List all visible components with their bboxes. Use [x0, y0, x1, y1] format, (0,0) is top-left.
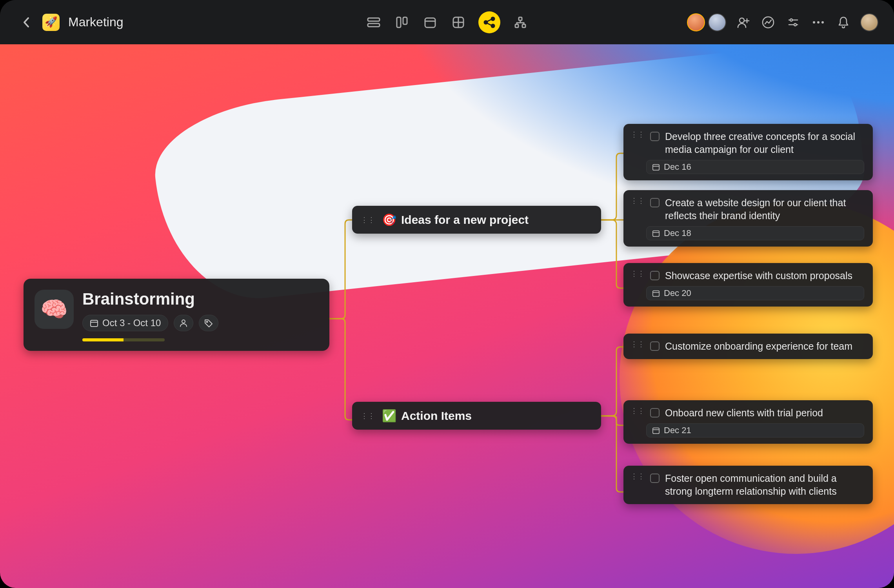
task-text: Showcase expertise with custom proposals	[665, 269, 852, 282]
more-button[interactable]	[810, 14, 827, 31]
svg-rect-40	[653, 291, 659, 297]
drag-handle-icon[interactable]: ⋮⋮	[631, 196, 645, 205]
workspace-icon[interactable]: 🚀	[42, 14, 60, 31]
branch-title: 🎯 Ideas for a new project	[382, 213, 529, 227]
svg-rect-2	[397, 17, 401, 27]
board-view-icon	[396, 16, 408, 29]
task-date: Dec 21	[664, 425, 691, 436]
svg-point-30	[817, 21, 820, 24]
svg-point-34	[182, 320, 185, 323]
view-list-button[interactable]	[365, 14, 382, 31]
task-date: Dec 16	[664, 162, 691, 172]
task-node[interactable]: ⋮⋮ Showcase expertise with custom propos…	[623, 263, 873, 307]
task-text: Onboard new clients with trial period	[665, 407, 823, 419]
task-checkbox[interactable]	[650, 132, 660, 141]
check-icon: ✅	[382, 409, 396, 423]
chevron-left-icon	[23, 16, 31, 28]
branch-actions-node[interactable]: ⋮⋮ ✅ Action Items	[352, 402, 601, 430]
task-node[interactable]: ⋮⋮ Onboard new clients with trial period…	[623, 400, 873, 444]
chart-icon	[761, 16, 775, 29]
svg-line-13	[487, 23, 492, 25]
drag-handle-icon[interactable]: ⋮⋮	[631, 130, 645, 139]
header-left: 🚀 Marketing	[20, 14, 124, 31]
calendar-icon	[652, 426, 660, 434]
calendar-icon	[90, 319, 98, 327]
dots-icon	[812, 21, 825, 24]
task-date: Dec 18	[664, 228, 691, 238]
svg-point-28	[794, 24, 796, 26]
notifications-button[interactable]	[835, 14, 852, 31]
task-text: Develop three creative concepts for a so…	[665, 130, 864, 156]
calendar-icon	[652, 289, 660, 297]
svg-rect-42	[653, 428, 659, 434]
task-date: Dec 20	[664, 288, 691, 298]
svg-point-21	[740, 18, 744, 23]
task-checkbox[interactable]	[650, 198, 660, 207]
top-header: 🚀 Marketing	[0, 0, 894, 44]
view-org-button[interactable]	[512, 14, 529, 31]
calendar-view-icon	[424, 16, 436, 29]
drag-handle-icon[interactable]: ⋮⋮	[631, 407, 645, 415]
date-range-chip[interactable]: Oct 3 - Oct 10	[82, 315, 168, 331]
view-mindmap-button[interactable]	[478, 11, 500, 33]
drag-handle-icon[interactable]: ⋮⋮	[631, 269, 645, 278]
task-checkbox[interactable]	[650, 271, 660, 280]
task-text: Foster open communication and build a st…	[665, 472, 864, 498]
task-checkbox[interactable]	[650, 408, 660, 417]
svg-rect-4	[425, 18, 435, 27]
view-table-button[interactable]	[450, 14, 467, 31]
avatar-current-user[interactable]	[860, 13, 878, 31]
settings-button[interactable]	[785, 14, 801, 31]
drag-handle-icon[interactable]: ⋮⋮	[631, 340, 645, 348]
back-button[interactable]	[20, 15, 34, 29]
svg-point-27	[790, 19, 792, 21]
view-switcher	[365, 11, 529, 33]
task-date-chip[interactable]: Dec 20	[646, 286, 864, 300]
add-member-button[interactable]	[735, 14, 751, 31]
task-node[interactable]: ⋮⋮ Create a website design for our clien…	[623, 190, 873, 247]
mindmap-canvas[interactable]: 🧠 Brainstorming Oct 3 - Oct 10	[0, 44, 894, 588]
page-title: Marketing	[68, 15, 124, 29]
tag-chip[interactable]	[199, 315, 218, 331]
root-emoji: 🧠	[35, 290, 74, 329]
task-text: Create a website design for our client t…	[665, 196, 864, 222]
analytics-button[interactable]	[760, 14, 776, 31]
tag-icon	[204, 318, 213, 328]
view-board-button[interactable]	[394, 14, 410, 31]
avatar-user-1[interactable]	[687, 13, 705, 31]
svg-point-31	[821, 21, 824, 24]
root-node[interactable]: 🧠 Brainstorming Oct 3 - Oct 10	[24, 279, 329, 351]
svg-rect-38	[653, 231, 659, 237]
drag-handle-icon[interactable]: ⋮⋮	[361, 216, 375, 224]
person-plus-icon	[736, 16, 750, 29]
task-checkbox[interactable]	[650, 474, 660, 483]
calendar-icon	[652, 163, 660, 171]
avatar-user-2[interactable]	[708, 13, 726, 31]
task-date-chip[interactable]: Dec 16	[646, 160, 864, 174]
branch-ideas-node[interactable]: ⋮⋮ 🎯 Ideas for a new project	[352, 206, 601, 234]
root-title: Brainstorming	[82, 290, 218, 309]
branch-title: ✅ Action Items	[382, 409, 472, 423]
sliders-icon	[787, 16, 800, 29]
list-view-icon	[367, 17, 380, 28]
view-calendar-button[interactable]	[422, 14, 438, 31]
drag-handle-icon[interactable]: ⋮⋮	[361, 412, 375, 420]
task-checkbox[interactable]	[650, 341, 660, 351]
task-node[interactable]: ⋮⋮ Foster open communication and build a…	[623, 466, 873, 504]
table-view-icon	[452, 16, 465, 29]
task-node[interactable]: ⋮⋮ Customize onboarding experience for t…	[623, 334, 873, 359]
progress-fill	[82, 338, 124, 341]
svg-line-12	[487, 19, 492, 22]
target-icon: 🎯	[382, 213, 396, 227]
app-frame: 🚀 Marketing	[0, 0, 894, 588]
progress-bar	[82, 338, 165, 341]
assignee-chip[interactable]	[174, 315, 193, 331]
person-icon	[179, 318, 188, 328]
svg-rect-32	[91, 320, 98, 327]
drag-handle-icon[interactable]: ⋮⋮	[631, 472, 645, 481]
bell-icon	[838, 16, 849, 29]
task-node[interactable]: ⋮⋮ Develop three creative concepts for a…	[623, 124, 873, 180]
task-date-chip[interactable]: Dec 21	[646, 423, 864, 437]
date-range-text: Oct 3 - Oct 10	[102, 318, 161, 328]
task-date-chip[interactable]: Dec 18	[646, 226, 864, 240]
